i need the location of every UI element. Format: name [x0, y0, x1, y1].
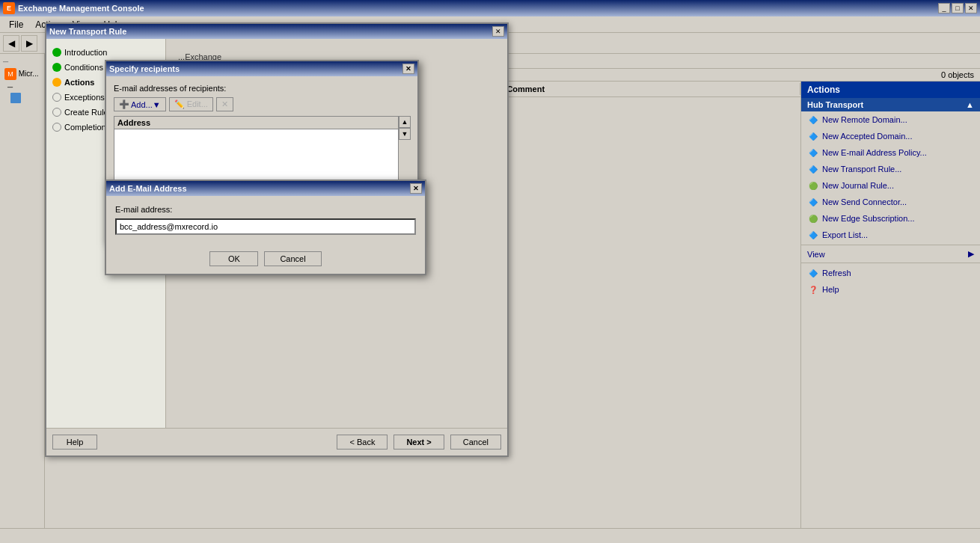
action-view[interactable]: View ▶ — [801, 247, 980, 261]
transport-rule-icon: 🔷 — [807, 163, 819, 175]
wizard-nav-actions-label: Actions — [64, 78, 94, 87]
wizard-nav-conditions-label: Conditions — [64, 63, 103, 72]
action-refresh-label: Refresh — [822, 269, 851, 277]
action-new-email-policy[interactable]: 🔷 New E-mail Address Policy... — [801, 144, 980, 161]
add-email-title: Add E-Mail Address — [109, 184, 187, 193]
specify-recipients-toolbar: ➕ Add... ▼ ✏️ Edit... ✕ — [114, 97, 410, 111]
action-new-send-connector[interactable]: 🔷 New Send Connector... — [801, 194, 980, 210]
email-ok-button[interactable]: OK — [209, 251, 258, 266]
action-new-send-connector-label: New Send Connector... — [822, 197, 907, 206]
add-dropdown-icon: ▼ — [153, 100, 161, 109]
bullet-create-rule — [52, 108, 61, 117]
scrollbar-up-btn[interactable]: ▲ — [399, 116, 411, 128]
divider-2 — [801, 263, 980, 263]
action-new-remote-domain[interactable]: 🔷 New Remote Domain... — [801, 111, 980, 128]
maximize-button[interactable]: □ — [952, 3, 964, 13]
action-refresh[interactable]: 🔷 Refresh — [801, 265, 980, 281]
toolbar-forward-btn[interactable]: ▶ — [21, 35, 37, 52]
send-connector-icon: 🔷 — [807, 196, 819, 208]
specify-recipients-titlebar: Specify recipients ✕ — [106, 61, 417, 76]
action-new-transport-rule[interactable]: 🔷 New Transport Rule... — [801, 161, 980, 177]
title-bar: E Exchange Management Console _ □ ✕ — [0, 0, 980, 16]
add-email-footer: OK Cancel — [106, 244, 425, 274]
sidebar-icon-microsoft: M — [4, 68, 16, 80]
wizard-close-button[interactable]: ✕ — [492, 26, 504, 37]
action-export-list[interactable]: 🔷 Export List... — [801, 227, 980, 243]
divider-1 — [801, 245, 980, 245]
help-icon: ❓ — [807, 283, 819, 295]
right-panel: Actions Hub Transport ▲ 🔷 New Remote Dom… — [800, 82, 980, 539]
menu-file[interactable]: File — [3, 18, 29, 31]
wizard-nav-introduction-label: Introduction — [64, 48, 107, 57]
action-export-list-label: Export List... — [822, 230, 868, 239]
wizard-titlebar: New Transport Rule ✕ — [46, 24, 507, 39]
bullet-completion — [52, 123, 61, 132]
wizard-help-button[interactable]: Help — [52, 435, 97, 450]
specify-recipients-title: Specify recipients — [109, 64, 180, 73]
action-new-remote-domain-label: New Remote Domain... — [822, 115, 907, 124]
bullet-introduction — [52, 48, 61, 57]
export-list-icon: 🔷 — [807, 229, 819, 241]
sidebar-expand-icon: ─ — [7, 83, 13, 91]
app-title: Exchange Management Console — [18, 4, 144, 13]
wizard-title: New Transport Rule — [49, 27, 126, 36]
action-new-transport-rule-label: New Transport Rule... — [822, 165, 901, 174]
bullet-exceptions — [52, 93, 61, 102]
wizard-cancel-button[interactable]: Cancel — [450, 435, 501, 450]
action-new-journal-rule-label: New Journal Rule... — [822, 181, 894, 190]
sidebar-item-microsoft[interactable]: M Micr... — [1, 67, 43, 82]
sidebar-expand-sub[interactable]: ─ — [1, 82, 43, 92]
add-email-close[interactable]: ✕ — [410, 183, 422, 194]
objects-count: 0 objects — [941, 70, 974, 79]
recipients-table-header: Address — [114, 117, 409, 129]
add-email-label: E-mail address: — [115, 205, 416, 214]
sidebar-label-microsoft: Micr... — [19, 70, 39, 78]
wizard-nav-exceptions-label: Exceptions — [64, 93, 105, 102]
wizard-back-button[interactable]: < Back — [337, 435, 388, 450]
title-bar-controls: _ □ ✕ — [938, 3, 977, 13]
wizard-footer: Help < Back Next > Cancel — [46, 428, 507, 455]
minimize-button[interactable]: _ — [938, 3, 950, 13]
status-bar — [0, 528, 980, 543]
refresh-icon: 🔷 — [807, 267, 819, 279]
hub-transport-section[interactable]: Hub Transport ▲ — [801, 98, 980, 111]
accepted-domain-icon: 🔷 — [807, 130, 819, 142]
sidebar-item-sub[interactable] — [1, 92, 43, 103]
toolbar-back-btn[interactable]: ◀ — [3, 35, 19, 52]
sidebar: ─ M Micr... ─ — [0, 54, 45, 543]
add-email-dialog: Add E-Mail Address ✕ E-mail address: OK … — [105, 180, 426, 275]
action-help-label: Help — [822, 285, 839, 294]
actions-header-label: Actions — [807, 85, 840, 95]
action-new-email-policy-label: New E-mail Address Policy... — [822, 148, 927, 157]
edge-subscription-icon: 🟢 — [807, 212, 819, 224]
email-policy-icon: 🔷 — [807, 147, 819, 159]
action-view-label: View — [807, 250, 825, 259]
action-help[interactable]: ❓ Help — [801, 281, 980, 298]
scrollbar-down-btn[interactable]: ▼ — [399, 128, 411, 140]
action-new-accepted-domain[interactable]: 🔷 New Accepted Domain... — [801, 128, 980, 144]
sidebar-expand-root[interactable]: ─ — [1, 57, 43, 67]
wizard-nav-create-rule-label: Create Rule — [64, 108, 108, 117]
delete-recipient-button[interactable]: ✕ — [216, 97, 233, 111]
specify-recipients-close[interactable]: ✕ — [402, 64, 414, 74]
actions-panel-header: Actions — [801, 82, 980, 98]
wizard-nav-introduction[interactable]: Introduction — [46, 45, 165, 60]
sidebar-sub-icon — [10, 93, 21, 103]
add-recipient-button[interactable]: ➕ Add... ▼ — [114, 97, 166, 111]
edit-recipient-button[interactable]: ✏️ Edit... — [169, 97, 213, 111]
wizard-next-button[interactable]: Next > — [393, 435, 444, 450]
action-new-edge-subscription-label: New Edge Subscription... — [822, 214, 915, 223]
action-new-edge-subscription[interactable]: 🟢 New Edge Subscription... — [801, 210, 980, 227]
add-icon: ➕ — [119, 99, 129, 109]
bullet-actions — [52, 78, 61, 87]
email-input-field[interactable] — [115, 218, 416, 235]
app-icon: E — [3, 2, 15, 14]
email-cancel-button[interactable]: Cancel — [264, 251, 321, 266]
close-button[interactable]: ✕ — [965, 3, 977, 13]
action-new-accepted-domain-label: New Accepted Domain... — [822, 132, 912, 141]
journal-rule-icon: 🟢 — [807, 180, 819, 191]
action-new-journal-rule[interactable]: 🟢 New Journal Rule... — [801, 177, 980, 194]
add-email-body: E-mail address: — [106, 196, 425, 244]
bullet-conditions — [52, 63, 61, 72]
col-header-comment: Comment — [500, 83, 800, 95]
